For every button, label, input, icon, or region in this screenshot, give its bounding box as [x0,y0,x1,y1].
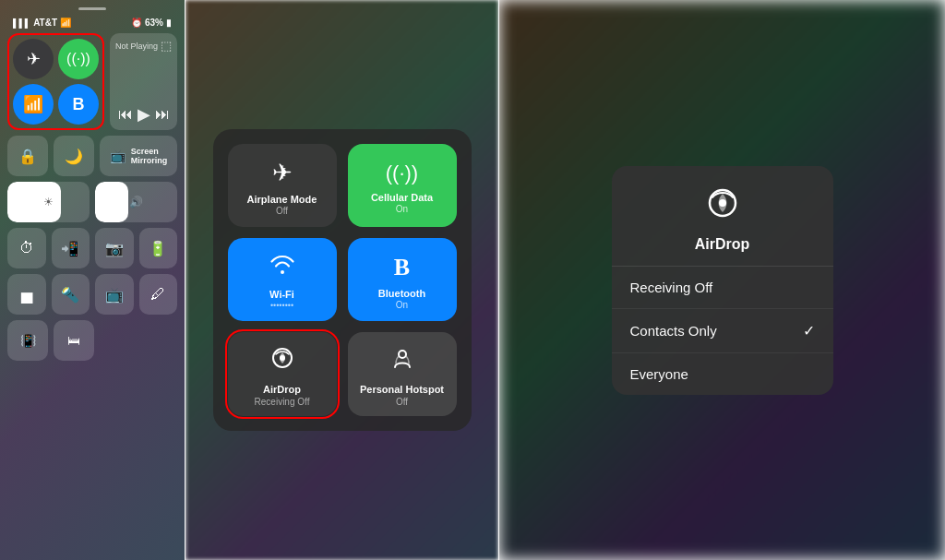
orientation-lock-button[interactable]: 🔒 [7,136,48,176]
panel-2-expanded: ✈ Airplane Mode Off ((·)) Cellular Data … [185,0,498,560]
cellular-expanded-icon: ((·)) [386,161,418,185]
panel-1-control-center: ▌▌▌ AT&T 📶 ⏰ 63% ▮ ✈ ((·)) 📶 [0,0,185,560]
battery-percent-label: 63% [145,18,163,28]
panel-3-airdrop-menu: AirDrop Receiving Off Contacts Only ✓ Ev… [498,0,945,560]
battery-icon: ▮ [166,18,172,28]
play-pause-button[interactable]: ▶ [138,104,150,125]
bluetooth-sublabel: On [396,300,408,310]
camera-icon: 📷 [105,240,124,257]
airdrop-menu-header: AirDrop [612,166,833,267]
airdrop-option-contacts-only[interactable]: Contacts Only ✓ [612,309,833,353]
bed-icon: 🛏 [67,333,80,348]
wifi-sublabel: •••••••• [270,301,293,310]
battery-tile-icon: 🔋 [149,240,167,257]
everyone-label: Everyone [630,366,688,382]
remote-icon: 📺 [105,286,124,304]
hotspot-expanded-button[interactable]: Personal Hotspot Off [348,332,457,415]
bed-button[interactable]: 🛏 [54,320,94,361]
moon-icon: 🌙 [65,148,83,165]
hotspot-expanded-icon [389,345,415,377]
expanded-grid: ✈ Airplane Mode Off ((·)) Cellular Data … [228,144,457,415]
svg-point-1 [280,355,285,361]
contacts-only-label: Contacts Only [630,323,717,339]
timer-icon: ⏱ [19,240,34,256]
remote-button[interactable]: 📺 [95,274,134,315]
media-player: Not Playing ⬚ ⏮ ▶ ⏭ [110,33,177,130]
volume-slider[interactable]: 🔊 [95,182,177,222]
hotspot-label: Personal Hotspot [360,383,444,396]
calculator-button[interactable]: 📲 [52,228,90,268]
do-not-disturb-button[interactable]: 🌙 [54,136,94,176]
wallet-button[interactable]: 📳 [7,320,48,361]
cellular-sublabel: On [396,204,408,214]
timer-button[interactable]: ⏱ [7,228,46,268]
bluetooth-label: Bluetooth [378,287,425,300]
svg-point-4 [719,199,726,207]
airdrop-option-receiving-off[interactable]: Receiving Off [612,267,833,309]
calculator-icon: 📲 [61,240,79,257]
airplane-icon: ✈ [27,49,41,69]
wifi-label: Wi-Fi [269,288,294,301]
screen-mirroring-button[interactable]: 📺 ScreenMirroring [100,136,177,176]
drag-handle [78,7,106,10]
orientation-lock-icon: 🔒 [18,148,37,165]
airdrop-options-menu: AirDrop Receiving Off Contacts Only ✓ Ev… [612,166,833,395]
svg-point-2 [399,351,406,358]
cellular-expanded-button[interactable]: ((·)) Cellular Data On [348,144,457,227]
now-playing-label: Not Playing [115,42,158,51]
volume-icon: 🔊 [129,196,143,209]
wifi-status-icon: 📶 [60,18,71,28]
status-left: ▌▌▌ AT&T 📶 [13,18,71,28]
cellular-button[interactable]: ((·)) [58,39,99,79]
flashlight-button[interactable]: 🔦 [52,274,90,315]
brightness-icon: ☀ [43,196,54,209]
bluetooth-expanded-icon: B [394,254,410,281]
brightness-slider[interactable]: ☀ [7,182,90,222]
airdrop-label: AirDrop [263,383,301,396]
wifi-icon: 📶 [23,94,43,114]
screen-mirror-icon: 📺 [110,149,126,163]
signal-bars-icon: ▌▌▌ [13,18,30,28]
flashlight-icon: 🔦 [61,286,79,304]
connectivity-grid: ✈ ((·)) 📶 B [7,33,104,130]
wifi-expanded-button[interactable]: Wi-Fi •••••••• [228,238,337,321]
next-track-button[interactable]: ⏭ [155,106,170,123]
wifi-button[interactable]: 📶 [13,84,54,125]
cellular-label: Cellular Data [371,191,433,204]
screen-mirroring-label: ScreenMirroring [131,147,168,165]
airdrop-menu-icon [704,185,741,229]
airplay-icon[interactable]: ⬚ [161,39,172,53]
airplane-mode-button[interactable]: ✈ [13,39,54,79]
camera-button[interactable]: 📷 [95,228,134,268]
airdrop-expanded-button[interactable]: AirDrop Receiving Off [228,332,337,415]
hotspot-sublabel: Off [396,397,408,407]
airplane-mode-expanded-button[interactable]: ✈ Airplane Mode Off [228,144,337,227]
bluetooth-button[interactable]: B [58,84,99,125]
status-bar: ▌▌▌ AT&T 📶 ⏰ 63% ▮ [7,14,177,33]
bluetooth-expanded-button[interactable]: B Bluetooth On [348,238,457,321]
airplane-label: Airplane Mode [247,193,317,206]
notes-button[interactable]: 🖊 [139,274,178,315]
airdrop-menu-title: AirDrop [695,236,750,253]
qr-code-button[interactable]: ▅ [7,274,46,315]
airdrop-option-everyone[interactable]: Everyone [612,353,833,395]
wallet-icon: 📳 [20,333,36,348]
contacts-only-checkmark: ✓ [803,322,815,340]
qr-icon: ▅ [21,286,32,304]
cellular-icon: ((·)) [66,51,90,67]
battery-tile-button[interactable]: 🔋 [139,228,178,268]
receiving-off-label: Receiving Off [630,280,713,295]
wifi-expanded-icon [269,254,295,282]
airdrop-expanded-icon [269,345,295,377]
previous-track-button[interactable]: ⏮ [118,106,133,123]
airplane-expanded-icon: ✈ [272,159,293,187]
status-right: ⏰ 63% ▮ [131,18,172,28]
airdrop-sublabel: Receiving Off [255,397,310,407]
carrier-label: AT&T [33,18,57,28]
bluetooth-icon: B [73,95,85,114]
airplane-sublabel: Off [276,206,288,216]
notes-icon: 🖊 [150,286,165,303]
alarm-icon: ⏰ [131,18,142,28]
connectivity-card: ✈ Airplane Mode Off ((·)) Cellular Data … [213,129,472,430]
